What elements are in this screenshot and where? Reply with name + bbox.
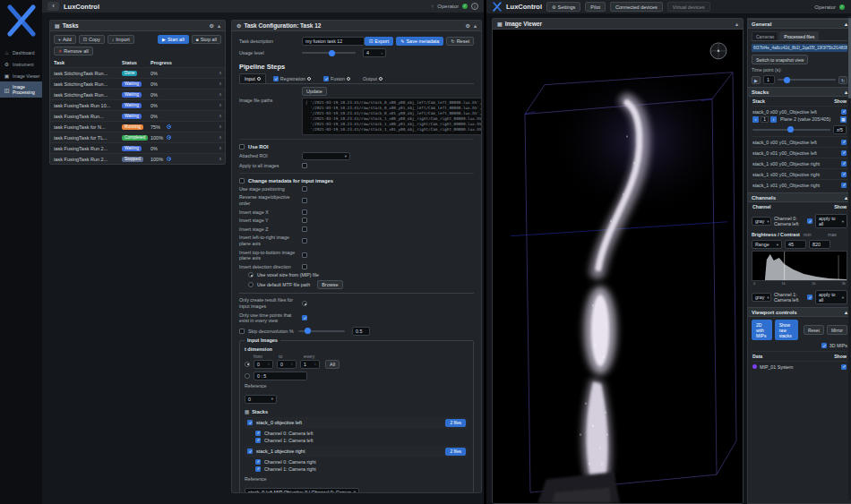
3d-mips-checkbox[interactable]: [821, 343, 827, 348]
channel1-apply-select[interactable]: apply to all▾: [815, 290, 847, 304]
collapse-icon[interactable]: ▴: [845, 89, 847, 95]
description-input[interactable]: my fusion task 12: [302, 37, 365, 46]
tab-processed-files[interactable]: Processed files: [779, 31, 819, 40]
every-input[interactable]: 1↕: [300, 360, 320, 369]
timepoint-list-input[interactable]: 0 : 5: [254, 372, 307, 380]
use-roi-checkbox[interactable]: [239, 144, 245, 149]
switch-view-button[interactable]: Switch to snapshot view: [752, 55, 808, 64]
max-input[interactable]: 820: [809, 240, 830, 249]
browse-button[interactable]: Browse: [317, 280, 342, 289]
virtual-devices-button[interactable]: Virtual devices: [667, 2, 710, 12]
channels-section-header[interactable]: Channels▴: [748, 192, 851, 202]
apply-all-checkbox[interactable]: [302, 163, 307, 168]
stack-files-button[interactable]: 2 files: [445, 419, 466, 427]
meta-row-checkbox[interactable]: [302, 218, 307, 223]
update-paths-button[interactable]: Update: [302, 87, 327, 96]
range-select[interactable]: Range▾: [752, 240, 782, 249]
channel0-color-select[interactable]: gray▾: [752, 217, 771, 226]
reset-view-button[interactable]: Reset: [804, 325, 824, 335]
stack-show-checkbox[interactable]: [841, 183, 847, 188]
sidebar-item-instrument[interactable]: ⚙ Instrument: [0, 58, 42, 70]
connected-devices-button[interactable]: Connected devices: [610, 2, 663, 12]
time-slider[interactable]: [778, 79, 836, 81]
channel0-apply-select[interactable]: apply to all▾: [815, 214, 847, 228]
task-detail-icon[interactable]: [167, 157, 171, 161]
dataset-id[interactable]: 6f37bf4e_4a8cc42d_8b1f_2qa35f_19f3f75b2f…: [752, 44, 847, 52]
collapse-icon[interactable]: ▴: [845, 309, 847, 315]
next-plane-button[interactable]: ›: [770, 116, 777, 123]
stop-all-button[interactable]: ■Stop all: [192, 35, 221, 44]
stacks-section-header[interactable]: Stacks▴: [748, 87, 851, 97]
reset-button[interactable]: ↻Reset: [446, 37, 474, 46]
chevron-right-icon[interactable]: ›: [219, 113, 221, 119]
copy-task-button[interactable]: ⊡Copy: [79, 35, 105, 44]
task-row[interactable]: task FusingTask Run 10... Waiting 0% ›: [50, 99, 225, 110]
sidebar-item-image-viewer[interactable]: ▣ Image Viewer: [0, 70, 42, 81]
channel-checkbox[interactable]: [255, 466, 261, 472]
refresh-button[interactable]: ↻: [838, 76, 847, 84]
sidebar-item-dashboard[interactable]: ⌂ Dashboard: [0, 47, 42, 58]
stack-row[interactable]: stack_1 x01 y00_Objective right: [752, 179, 847, 190]
all-timepoints-button[interactable]: All: [325, 360, 340, 369]
skip-value[interactable]: 0.5: [352, 327, 370, 336]
stack-show-checkbox[interactable]: [841, 150, 847, 156]
collapse-icon[interactable]: ▴: [845, 21, 847, 27]
chevron-right-icon[interactable]: ›: [219, 134, 221, 141]
collapse-icon[interactable]: ▴: [218, 22, 220, 29]
tab-fusion[interactable]: Fusion: [318, 73, 356, 83]
only-use-checkbox[interactable]: [302, 315, 307, 320]
task-row[interactable]: task FusingTask for TL... Completed 100%…: [50, 132, 225, 142]
skip-checkbox[interactable]: [239, 329, 245, 334]
export-button[interactable]: ⊡Export: [365, 37, 393, 46]
stack-row[interactable]: stack_0 x01 y00_Objective left: [752, 147, 847, 158]
list-mode-radio[interactable]: [245, 373, 250, 379]
stack-row[interactable]: stack_1 x00 y01_Objective right: [752, 168, 847, 179]
change-metadata-checkbox[interactable]: [239, 178, 245, 184]
meta-row-checkbox[interactable]: [302, 264, 307, 269]
tab-output[interactable]: Output: [357, 73, 388, 83]
chevron-right-icon[interactable]: ›: [219, 91, 221, 98]
stack-show-checkbox[interactable]: [841, 161, 847, 167]
play-button[interactable]: ▶: [752, 76, 761, 84]
min-input[interactable]: 45: [785, 240, 806, 249]
sidebar-item-image-processing[interactable]: ◫ Image Processing: [0, 81, 42, 98]
from-input[interactable]: 0↕: [254, 360, 273, 369]
plane-slider[interactable]: [752, 129, 830, 131]
usage-level-slider[interactable]: [302, 52, 356, 54]
registration-checkbox[interactable]: [273, 76, 279, 81]
time-point-input[interactable]: 1: [763, 75, 775, 84]
reference-bottom-select[interactable]: stack_0-left-MIP Objective 0 / Channel 0…: [245, 488, 359, 492]
remove-all-button[interactable]: ✕Remove all: [54, 47, 93, 56]
stack-show-checkbox[interactable]: [841, 109, 847, 115]
mtf-path-radio[interactable]: [248, 282, 254, 287]
to-input[interactable]: 0↕: [277, 360, 297, 369]
task-detail-icon[interactable]: [167, 135, 171, 140]
channel1-show-checkbox[interactable]: [807, 295, 812, 300]
save-metadata-button[interactable]: ✎Save metadata: [396, 37, 443, 46]
channel-checkbox[interactable]: [255, 459, 261, 465]
only-create-radio[interactable]: [302, 301, 307, 306]
stack-checkbox[interactable]: [247, 448, 253, 454]
task-row[interactable]: task StitchingTask Run... Waiting 0% ›: [50, 89, 225, 99]
tab-registration[interactable]: Registration: [268, 73, 316, 83]
chevron-right-icon[interactable]: ›: [219, 145, 221, 151]
voxel-size-radio[interactable]: [248, 272, 254, 278]
chevron-right-icon[interactable]: ›: [219, 156, 221, 162]
intensity-histogram[interactable]: [752, 251, 847, 281]
channel0-show-checkbox[interactable]: [807, 218, 812, 224]
data-show-checkbox[interactable]: [841, 364, 847, 370]
chevron-right-icon[interactable]: ›: [219, 102, 221, 108]
tab-input[interactable]: Input: [239, 73, 266, 83]
gear-icon[interactable]: ⚙: [466, 22, 470, 29]
stack-show-checkbox[interactable]: [841, 172, 847, 177]
info-icon[interactable]: i: [471, 3, 478, 10]
mirror-view-button[interactable]: Mirror: [827, 325, 847, 335]
meta-row-checkbox[interactable]: [302, 186, 307, 192]
channel-checkbox[interactable]: [255, 438, 261, 443]
chevron-right-icon[interactable]: ›: [219, 81, 221, 87]
start-all-button[interactable]: ▶Start all: [158, 35, 189, 44]
channel-checkbox[interactable]: [255, 431, 261, 436]
task-row[interactable]: task FusingTask Run 2... Waiting 0% ›: [50, 142, 225, 153]
data-row[interactable]: MIP_01 System: [752, 361, 847, 372]
task-row[interactable]: task FusingTask Run... Waiting 0% ›: [50, 110, 225, 121]
